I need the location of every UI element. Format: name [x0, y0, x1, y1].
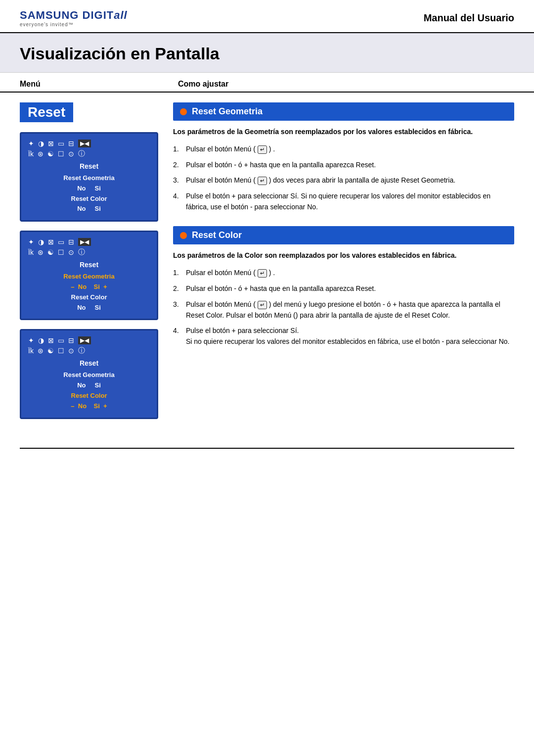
monitor3-item4: – No Si + [28, 401, 150, 412]
main-content: Reset ✦ ◑ ⊠ ▭ ⊟ ▶◀ Ïk ⊛ ☯ ☐ ⊙ ⓘ Reset Re… [0, 102, 534, 428]
col-how-label: Como ajustar [178, 80, 514, 89]
k-icon: Ïk [28, 150, 34, 158]
monitor2-item4: No Si [28, 303, 150, 313]
section-title-color: Reset Color [192, 230, 242, 240]
color2-icon: ☯ [47, 150, 54, 158]
monitor1-item1: Reset Geometria [28, 173, 150, 184]
geometry-icon2: ⊠ [48, 238, 54, 246]
page-title-bar: Visualización en Pantalla [0, 33, 534, 73]
clock-icon2: ⊙ [68, 248, 74, 256]
section-header-color: Reset Color [173, 226, 514, 244]
k-icon3: Ïk [28, 347, 34, 355]
color1-icon2: ⊛ [38, 248, 44, 256]
color-step-4: 4. Pulse el botón + para seleccionar Sí.… [173, 326, 514, 347]
menu-icon2: ▶◀ [78, 238, 91, 246]
monitor2-item3: Reset Color [28, 292, 150, 303]
monitor3-icons-row2: Ïk ⊛ ☯ ☐ ⊙ ⓘ [28, 346, 150, 355]
monitor-icon3: ⊟ [68, 336, 74, 344]
right-column: Reset Geometria Los parámetros de la Geo… [173, 102, 514, 428]
geometry-icon3: ⊠ [48, 336, 54, 344]
contrast-icon3: ◑ [38, 336, 44, 344]
clock-icon3: ⊙ [68, 347, 74, 355]
geometria-step-1: 1. Pulsar el botón Menú ( ↵ ) . [173, 144, 514, 155]
monitor3-reset-label: Reset [28, 359, 150, 367]
enter-key-icon: ↵ [258, 145, 267, 154]
monitor-icons-row1: ✦ ◑ ⊠ ▭ ⊟ ▶◀ [28, 140, 150, 147]
screen-icon: ▭ [58, 140, 64, 147]
monitor2-reset-label: Reset [28, 261, 150, 269]
logo-area: SAMSUNG DIGITall everyone's invited™ [20, 9, 128, 27]
left-column: Reset ✦ ◑ ⊠ ▭ ⊟ ▶◀ Ïk ⊛ ☯ ☐ ⊙ ⓘ Reset Re… [20, 102, 158, 428]
clock-icon: ⊙ [68, 150, 74, 158]
monitor1-item4: No Si [28, 204, 150, 214]
logo-sub-text: everyone's invited™ [20, 22, 74, 27]
color-steps: 1. Pulsar el botón Menú ( ↵ ) . 2. Pulsa… [173, 268, 514, 347]
section-header-geometria: Reset Geometria [173, 102, 514, 121]
contrast-icon: ◑ [38, 140, 44, 147]
brightness-icon: ✦ [28, 140, 34, 147]
monitor3-item2: No Si [28, 380, 150, 391]
info-icon2: ⓘ [78, 248, 85, 257]
info-icon: ⓘ [78, 149, 85, 158]
samsung-logo: SAMSUNG DIGITall [20, 9, 128, 22]
monitor1-item3: Reset Color [28, 194, 150, 204]
color2-icon2: ☯ [47, 248, 54, 256]
section-subtitle-color: Los parámetros de la Color son reemplaza… [173, 250, 514, 261]
page-title: Visualización en Pantalla [20, 44, 514, 63]
geometry-icon: ⊠ [48, 140, 54, 147]
color1-icon: ⊛ [38, 150, 44, 158]
color1-icon3: ⊛ [38, 347, 44, 355]
monitor2-item2: – No Si + [28, 282, 150, 292]
brightness-icon2: ✦ [28, 238, 34, 246]
section-dot-color [180, 232, 187, 239]
enter-key-icon2: ↵ [258, 177, 267, 185]
monitor1-item2: No Si [28, 184, 150, 194]
color-step-2: 2. Pulsar el botón - ó + hasta que en la… [173, 284, 514, 294]
color-step-3: 3. Pulsar el botón Menú ( ↵ ) del menú y… [173, 299, 514, 321]
menu-icon: ▶◀ [78, 140, 91, 147]
color2-icon3: ☯ [47, 347, 54, 355]
reset-heading: Reset [20, 102, 73, 122]
geometria-step-4: 4. Pulse el botón + para seleccionar Sí.… [173, 191, 514, 212]
contrast-icon2: ◑ [38, 238, 44, 246]
column-headers: Menú Como ajustar [0, 73, 534, 93]
section-title-geometria: Reset Geometria [192, 106, 263, 117]
menu-icon3: ▶◀ [78, 336, 91, 344]
monitor-icon: ⊟ [68, 140, 74, 147]
monitor-icon2: ⊟ [68, 238, 74, 246]
lang-icon2: ☐ [58, 248, 64, 256]
logo-text: SAMSUNG DIGITall [20, 9, 128, 22]
col-menu-label: Menú [20, 80, 178, 89]
lang-icon: ☐ [58, 150, 64, 158]
monitor2-icons-row2: Ïk ⊛ ☯ ☐ ⊙ ⓘ [28, 248, 150, 257]
color-step-1: 1. Pulsar el botón Menú ( ↵ ) . [173, 268, 514, 279]
footer-line [20, 448, 514, 449]
monitor-screen-3: ✦ ◑ ⊠ ▭ ⊟ ▶◀ Ïk ⊛ ☯ ☐ ⊙ ⓘ Reset Reset Ge… [20, 329, 158, 419]
lang-icon3: ☐ [58, 347, 64, 355]
k-icon2: Ïk [28, 248, 34, 256]
monitor3-item1: Reset Geometria [28, 370, 150, 380]
enter-key-icon4: ↵ [258, 301, 267, 309]
geometria-step-3: 3. Pulsar el botón Menú ( ↵ ) dos veces … [173, 175, 514, 186]
monitor1-reset-label: Reset [28, 162, 150, 170]
monitor3-item3: Reset Color [28, 391, 150, 401]
brightness-icon3: ✦ [28, 336, 34, 344]
enter-key-icon3: ↵ [258, 269, 267, 278]
geometria-steps: 1. Pulsar el botón Menú ( ↵ ) . 2. Pulsa… [173, 144, 514, 212]
monitor2-item1: Reset Geometria [28, 272, 150, 282]
monitor-screen-1: ✦ ◑ ⊠ ▭ ⊟ ▶◀ Ïk ⊛ ☯ ☐ ⊙ ⓘ Reset Reset Ge… [20, 132, 158, 222]
monitor3-icons-row1: ✦ ◑ ⊠ ▭ ⊟ ▶◀ [28, 336, 150, 344]
screen-icon2: ▭ [58, 238, 64, 246]
monitor-icons-row2: Ïk ⊛ ☯ ☐ ⊙ ⓘ [28, 149, 150, 158]
screen-icon3: ▭ [58, 336, 64, 344]
info-icon3: ⓘ [78, 346, 85, 355]
header: SAMSUNG DIGITall everyone's invited™ Man… [0, 0, 534, 33]
monitor-screen-2: ✦ ◑ ⊠ ▭ ⊟ ▶◀ Ïk ⊛ ☯ ☐ ⊙ ⓘ Reset Reset Ge… [20, 231, 158, 320]
section-subtitle-geometria: Los parámetros de la Geometría son reemp… [173, 127, 514, 137]
geometria-step-2: 2. Pulsar el botón - ó + hasta que en la… [173, 160, 514, 171]
manual-title: Manual del Usuario [424, 12, 514, 24]
section-dot-geometria [180, 108, 187, 115]
monitor2-icons-row1: ✦ ◑ ⊠ ▭ ⊟ ▶◀ [28, 238, 150, 246]
